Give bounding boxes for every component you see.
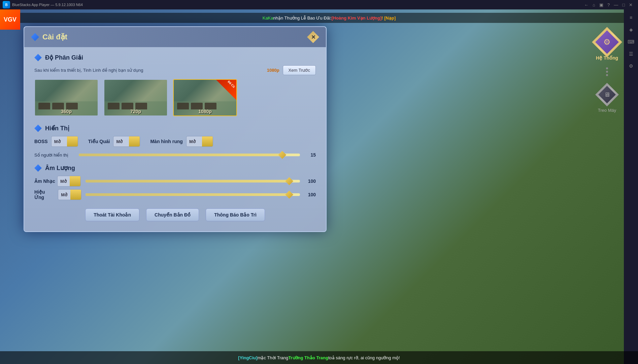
close-win-btn[interactable]: ✕ bbox=[629, 2, 633, 7]
music-toggle-text: Mở bbox=[58, 177, 69, 185]
effects-toggle-item: Hiệu Ứng Mở bbox=[34, 189, 81, 200]
minimize-btn[interactable]: — bbox=[614, 2, 618, 7]
announce-highlight: [Hoàng Kim Vạn Lượng] bbox=[331, 15, 381, 21]
resolution-1080p-label: 1080p bbox=[173, 109, 237, 114]
music-toggle-item: Âm Nhạc Mở bbox=[34, 176, 81, 187]
effects-value: 100 bbox=[304, 192, 316, 197]
screen-shake-toggle-btn[interactable]: Mở bbox=[186, 136, 213, 147]
treo-may-label: Treo Máy bbox=[598, 108, 616, 113]
boat-5 bbox=[122, 103, 133, 109]
boat-3 bbox=[66, 103, 78, 109]
effects-thumb bbox=[285, 191, 293, 199]
display-header: Hiển Thị bbox=[34, 125, 316, 132]
tieu-quai-toggle-item: Tiểu Quái Mở bbox=[88, 136, 140, 147]
resolution-title: Độ Phân Giải bbox=[45, 54, 83, 61]
display-section: Hiển Thị BOSS Mở Tiểu Quái Mở bbox=[34, 125, 316, 158]
audio-header: Âm Lượng bbox=[34, 164, 316, 172]
screen-shake-toggle-item: Màn hình rung Mở bbox=[150, 136, 213, 147]
resolution-360p[interactable]: 360p bbox=[34, 79, 98, 116]
player-count-slider[interactable] bbox=[79, 154, 300, 156]
tieu-quai-toggle-indicator bbox=[129, 136, 140, 146]
titlebar-title: BlueStacks App Player — 5.9.12.1003 N64 bbox=[12, 3, 584, 7]
tieu-quai-toggle-text: Mở bbox=[113, 138, 125, 145]
he-thong-button[interactable]: ⚙ bbox=[592, 27, 622, 57]
vgv-logo: VGV bbox=[0, 9, 20, 30]
effects-fill bbox=[86, 193, 289, 196]
right-sidebar: ≡ ◈ ⌨ ☰ ⚙ bbox=[624, 9, 638, 364]
display-title: Hiển Thị bbox=[45, 125, 69, 132]
back-btn[interactable]: ← bbox=[584, 2, 589, 7]
screenshot-btn[interactable]: ▣ bbox=[599, 2, 603, 7]
announce-middle: nhận Thưởng Lễ Bao Ưu Đãi: bbox=[273, 15, 332, 21]
boss-toggle-btn[interactable]: Mở bbox=[51, 136, 78, 147]
sidebar-icon-3[interactable]: ⌨ bbox=[626, 36, 636, 47]
bluestacks-logo: B bbox=[3, 1, 10, 8]
boss-toggle-text: Mở bbox=[52, 138, 63, 145]
selected-badge-text: Đã Cũ bbox=[227, 80, 235, 88]
maximize-btn[interactable]: □ bbox=[622, 2, 625, 7]
effects-toggle-indicator bbox=[70, 190, 81, 200]
boat-9 bbox=[205, 103, 216, 109]
player-count-fill bbox=[79, 154, 282, 156]
tieu-quai-toggle-btn[interactable]: Mở bbox=[113, 136, 140, 147]
resolution-720p[interactable]: 720p bbox=[104, 79, 168, 116]
toggle-row: BOSS Mở Tiểu Quái Mở Màn hình rung bbox=[34, 136, 316, 147]
settings-dialog: Cài đặt ✕ Độ Phân Giải Sau khi kiểm tra … bbox=[24, 26, 327, 232]
player-count-thumb bbox=[278, 151, 286, 159]
change-map-button[interactable]: Chuyển Bản Đồ bbox=[146, 208, 199, 221]
dialog-title: Cài đặt bbox=[31, 33, 67, 41]
resolution-options: 360p 720p bbox=[34, 79, 316, 116]
audio-diamond-icon bbox=[34, 164, 42, 172]
screen-shake-label: Màn hình rung bbox=[150, 139, 182, 144]
boat-7 bbox=[177, 103, 189, 109]
announcement-bar: KaKa nhận Thưởng Lễ Bao Ưu Đãi: [Hoàng K… bbox=[20, 13, 638, 23]
boat-4 bbox=[108, 103, 120, 109]
sidebar-icon-4[interactable]: ☰ bbox=[626, 48, 636, 59]
resolution-720p-label: 720p bbox=[104, 109, 168, 114]
effects-slider[interactable] bbox=[86, 193, 300, 196]
bottom-buttons: Thoát Tài Khoản Chuyển Bản Đồ Thông Báo … bbox=[34, 208, 316, 221]
boat-1 bbox=[38, 103, 50, 109]
effects-slider-row: Hiệu Ứng Mở 100 bbox=[34, 189, 316, 200]
resolution-section: Độ Phân Giải Sau khi kiểm tra thiết bị, … bbox=[34, 54, 316, 116]
screen-shake-toggle-text: Mở bbox=[187, 138, 198, 145]
effects-toggle-btn[interactable]: Mở bbox=[58, 189, 81, 200]
resolution-1080p[interactable]: Đã Cũ 1080p bbox=[173, 79, 237, 116]
bottom-item: Trường Thảo Trang bbox=[288, 355, 328, 360]
sidebar-icon-5[interactable]: ⚙ bbox=[626, 61, 636, 71]
treo-may-button[interactable]: 🖥 Treo Máy bbox=[595, 83, 619, 113]
player-count-value: 15 bbox=[304, 152, 316, 158]
music-label: Âm Nhạc bbox=[34, 178, 55, 184]
resolution-badge: 1080p bbox=[267, 68, 279, 73]
audio-section: Âm Lượng Âm Nhạc Mở 100 bbox=[34, 164, 316, 200]
treo-may-diamond: 🖥 bbox=[595, 83, 619, 106]
bottom-suffix: toả sáng rực rỡ, ai cũng ngưỡng mộ! bbox=[328, 355, 400, 360]
announce-suffix: ! [Nạp] bbox=[381, 15, 396, 21]
music-toggle-btn[interactable]: Mở bbox=[57, 176, 81, 187]
audio-title: Âm Lượng bbox=[45, 164, 75, 172]
close-button[interactable]: ✕ bbox=[307, 31, 319, 43]
section-diamond-icon bbox=[34, 54, 42, 61]
logout-button[interactable]: Thoát Tài Khoản bbox=[85, 208, 139, 221]
bottom-middle: mặc Thời Trang bbox=[258, 355, 289, 360]
sidebar-icon-1[interactable]: ≡ bbox=[626, 12, 636, 23]
maintenance-button[interactable]: Thông Báo Bảo Trì bbox=[206, 208, 265, 221]
dialog-overlay: Cài đặt ✕ Độ Phân Giải Sau khi kiểm tra … bbox=[24, 23, 589, 351]
preview-button[interactable]: Xem Trước bbox=[283, 65, 316, 75]
music-thumb bbox=[285, 177, 293, 185]
window-controls[interactable]: ← ⌂ ▣ ? — □ ✕ bbox=[584, 2, 633, 7]
effects-label: Hiệu Ứng bbox=[34, 189, 56, 200]
gear-icon: ⚙ bbox=[595, 30, 619, 54]
title-diamond-icon bbox=[31, 33, 39, 41]
boat-6 bbox=[135, 103, 147, 109]
effects-toggle-text: Mở bbox=[58, 191, 70, 199]
screen-shake-toggle-indicator bbox=[202, 136, 213, 146]
boss-label: BOSS bbox=[34, 139, 48, 144]
home-btn[interactable]: ⌂ bbox=[593, 2, 595, 7]
resolution-360p-label: 360p bbox=[34, 109, 98, 114]
dialog-header: Cài đặt ✕ bbox=[24, 27, 326, 47]
titlebar: B BlueStacks App Player — 5.9.12.1003 N6… bbox=[0, 0, 638, 9]
help-btn[interactable]: ? bbox=[607, 2, 610, 7]
music-slider[interactable] bbox=[86, 180, 300, 183]
sidebar-icon-2[interactable]: ◈ bbox=[626, 24, 636, 35]
